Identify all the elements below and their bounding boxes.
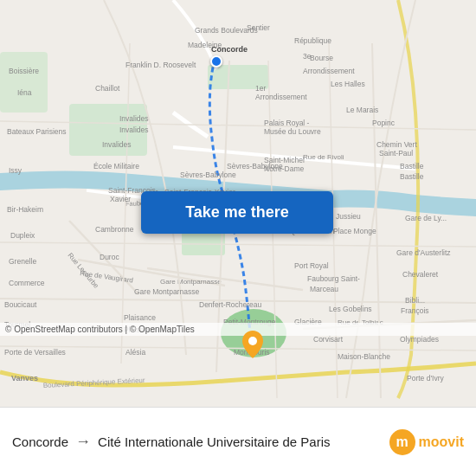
- svg-text:Porte d'Ivry: Porte d'Ivry: [407, 374, 444, 383]
- svg-text:Arrondissement: Arrondissement: [303, 67, 355, 75]
- svg-text:Cambronne: Cambronne: [95, 225, 134, 234]
- svg-text:Notre-Dame: Notre-Dame: [264, 164, 305, 173]
- destination-pin: [242, 331, 263, 362]
- svg-point-100: [248, 337, 257, 345]
- svg-text:Iéna: Iéna: [17, 88, 32, 97]
- svg-text:Palais Royal -: Palais Royal -: [264, 119, 310, 127]
- moovit-icon: m: [389, 429, 415, 455]
- route-info: Concorde → Cité Internationale Universit…: [12, 433, 389, 451]
- svg-text:Rue de Rivoli: Rue de Rivoli: [303, 153, 344, 161]
- svg-text:Maison-Blanche: Maison-Blanche: [338, 352, 390, 361]
- svg-text:Jussieu: Jussieu: [336, 212, 361, 221]
- svg-text:Invalides: Invalides: [119, 125, 149, 134]
- svg-text:Xavier: Xavier: [110, 195, 131, 203]
- svg-text:Place Monge: Place Monge: [333, 227, 376, 235]
- svg-text:Port Royal: Port Royal: [294, 261, 329, 270]
- svg-text:Gare Montparnasse: Gare Montparnasse: [160, 278, 222, 286]
- svg-text:Chemin Vert: Chemin Vert: [376, 140, 417, 149]
- svg-text:Invalides: Invalides: [119, 114, 149, 123]
- svg-text:Denfert-Rochereau: Denfert-Rochereau: [199, 300, 262, 309]
- moovit-text: moovit: [419, 434, 464, 450]
- svg-text:Boissière: Boissière: [9, 67, 39, 75]
- svg-text:Arrondissement: Arrondissement: [255, 93, 307, 101]
- svg-text:Gare de Ly...: Gare de Ly...: [405, 214, 447, 222]
- from-label: Concorde: [12, 434, 68, 449]
- svg-text:Concorde: Concorde: [211, 45, 248, 54]
- svg-text:Porte de Versailles: Porte de Versailles: [4, 348, 66, 357]
- svg-text:Plaisance: Plaisance: [124, 313, 156, 322]
- svg-text:Sèvres-Babylone: Sèvres-Babylone: [180, 170, 236, 179]
- svg-text:Chaillot: Chaillot: [95, 84, 120, 93]
- moovit-logo[interactable]: m moovit: [389, 429, 464, 455]
- svg-text:École Militaire: École Militaire: [93, 162, 139, 170]
- origin-pin: [210, 55, 222, 68]
- svg-text:Musée du Louvre: Musée du Louvre: [264, 127, 321, 136]
- svg-text:Commerce: Commerce: [9, 279, 45, 287]
- svg-text:Faubourg Saint-: Faubourg Saint-: [307, 274, 360, 283]
- svg-text:Bibli...: Bibli...: [405, 296, 425, 305]
- svg-text:Bourse: Bourse: [310, 54, 333, 62]
- svg-text:Alésia: Alésia: [125, 348, 145, 357]
- svg-text:Bir-Hakeim: Bir-Hakeim: [7, 205, 43, 214]
- svg-text:Grenelle: Grenelle: [9, 257, 36, 266]
- svg-text:Bastille: Bastille: [400, 172, 424, 181]
- to-label: Cité Internationale Universitaire de Par…: [98, 434, 330, 449]
- svg-text:Corvisart: Corvisart: [313, 335, 344, 344]
- take-me-there-button[interactable]: Take me there: [141, 191, 333, 234]
- svg-text:Bastille: Bastille: [400, 162, 424, 170]
- svg-text:1er: 1er: [255, 84, 266, 93]
- svg-text:Issy: Issy: [9, 166, 23, 175]
- svg-text:Dupleix: Dupleix: [10, 231, 35, 240]
- svg-text:Invalides: Invalides: [102, 140, 132, 149]
- svg-text:Popinc: Popinc: [372, 119, 396, 127]
- bottom-bar: Concorde → Cité Internationale Universit…: [0, 407, 476, 476]
- svg-text:Les Halles: Les Halles: [331, 80, 365, 88]
- svg-text:République: République: [294, 36, 331, 45]
- svg-text:Le Marais: Le Marais: [346, 106, 378, 114]
- svg-text:Sentier: Sentier: [247, 23, 270, 32]
- svg-text:Chevaleret: Chevaleret: [402, 270, 439, 279]
- svg-text:Olympiades: Olympiades: [400, 335, 439, 344]
- svg-text:Gare Montparnasse: Gare Montparnasse: [134, 287, 199, 296]
- svg-text:Saint-Michel: Saint-Michel: [264, 156, 305, 164]
- svg-text:François: François: [401, 306, 429, 315]
- map-container: La Seine Boulevard Périphérique Extérieu…: [0, 0, 476, 407]
- svg-text:Vanves: Vanves: [11, 374, 38, 383]
- svg-text:Duroc: Duroc: [100, 253, 119, 261]
- svg-text:Saint-Paul: Saint-Paul: [379, 149, 413, 158]
- copyright-bar: © OpenStreetMap contributors | © OpenMap…: [0, 323, 476, 336]
- svg-text:Gare d'Austerlitz: Gare d'Austerlitz: [396, 248, 451, 257]
- arrow-icon: →: [75, 433, 91, 451]
- svg-text:Marceau: Marceau: [310, 285, 338, 293]
- svg-text:Les Gobelins: Les Gobelins: [329, 305, 372, 313]
- svg-text:Boucicaut: Boucicaut: [4, 300, 37, 309]
- svg-rect-5: [0, 52, 48, 113]
- svg-text:Bateaux Parisiens: Bateaux Parisiens: [7, 127, 67, 136]
- svg-text:Franklin D. Roosevelt: Franklin D. Roosevelt: [125, 61, 196, 69]
